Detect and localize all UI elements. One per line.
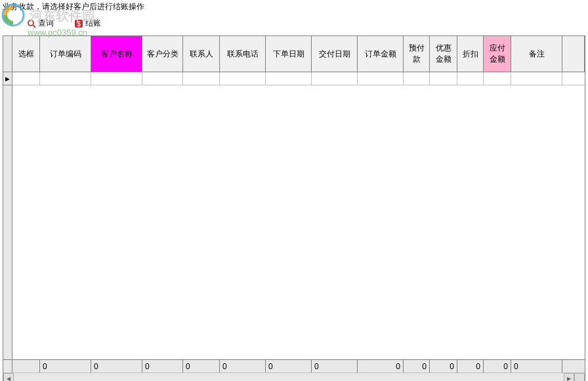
toolbar: 查询 $ 结账 bbox=[0, 14, 588, 33]
table-row[interactable]: ▶ bbox=[3, 72, 585, 85]
col-header-prepay[interactable]: 预付款 bbox=[404, 36, 430, 72]
data-grid[interactable]: 选框 订单编码 客户名称 客户分类 联系人 联系电话 下单日期 交付日期 订单金… bbox=[3, 35, 585, 381]
checkout-button[interactable]: $ 结账 bbox=[74, 18, 101, 29]
cell-phone[interactable] bbox=[220, 72, 266, 85]
col-header-select[interactable]: 选框 bbox=[12, 36, 40, 72]
query-label: 查询 bbox=[38, 18, 54, 29]
cell-contact[interactable] bbox=[183, 72, 220, 85]
row-selector-empty bbox=[3, 85, 12, 359]
money-icon: $ bbox=[74, 18, 84, 29]
row-selector-header[interactable] bbox=[3, 36, 12, 72]
footer-discount: 0 bbox=[430, 360, 457, 372]
svg-text:$: $ bbox=[77, 20, 81, 28]
col-header-contact[interactable]: 联系人 bbox=[183, 36, 220, 72]
col-header-rebate[interactable]: 折扣 bbox=[457, 36, 484, 72]
cell-extra bbox=[562, 72, 585, 85]
footer-orderdate: 0 bbox=[266, 360, 312, 372]
grid-body[interactable]: ▶ bbox=[3, 72, 585, 359]
query-button[interactable]: 查询 bbox=[26, 18, 54, 29]
cell-payable[interactable] bbox=[484, 72, 511, 85]
col-header-orderdate[interactable]: 下单日期 bbox=[266, 36, 312, 72]
checkout-label: 结账 bbox=[85, 18, 101, 29]
col-header-remark[interactable]: 备注 bbox=[511, 36, 562, 72]
cell-orderdate[interactable] bbox=[266, 72, 312, 85]
footer-phone: 0 bbox=[220, 360, 266, 372]
cell-remark[interactable] bbox=[511, 72, 562, 85]
col-header-customer[interactable]: 客户名称 bbox=[91, 36, 142, 72]
cell-category[interactable] bbox=[142, 72, 183, 85]
footer-category: 0 bbox=[142, 360, 183, 372]
scroll-left-icon[interactable]: ◀ bbox=[3, 373, 14, 381]
col-header-category[interactable]: 客户分类 bbox=[142, 36, 183, 72]
search-icon bbox=[26, 18, 37, 29]
footer-amount: 0 bbox=[358, 360, 404, 372]
cell-orderno[interactable] bbox=[40, 72, 91, 85]
footer-payable: 0 bbox=[484, 360, 511, 372]
footer-selector bbox=[3, 360, 12, 372]
grid-header: 选框 订单编码 客户名称 客户分类 联系人 联系电话 下单日期 交付日期 订单金… bbox=[3, 36, 585, 72]
svg-point-1 bbox=[28, 20, 33, 26]
scroll-right-icon[interactable]: ▶ bbox=[564, 373, 574, 381]
col-header-amount[interactable]: 订单金额 bbox=[358, 36, 404, 72]
footer-orderno: 0 bbox=[40, 360, 91, 372]
scrollbar-horizontal[interactable]: ◀ ▶ bbox=[3, 372, 585, 381]
footer-customer: 0 bbox=[91, 360, 142, 372]
footer-extra bbox=[562, 360, 585, 372]
footer-remark: 0 bbox=[511, 360, 562, 372]
col-header-extra bbox=[562, 36, 585, 72]
cell-rebate[interactable] bbox=[457, 72, 484, 85]
row-marker[interactable]: ▶ bbox=[3, 72, 12, 85]
footer-deliverdate: 0 bbox=[312, 360, 358, 372]
grid-footer: 0 0 0 0 0 0 0 0 0 0 0 0 0 bbox=[3, 359, 585, 372]
footer-contact: 0 bbox=[183, 360, 220, 372]
col-header-orderno[interactable]: 订单编码 bbox=[40, 36, 91, 72]
col-header-phone[interactable]: 联系电话 bbox=[220, 36, 266, 72]
cell-customer[interactable] bbox=[91, 72, 142, 85]
footer-prepay: 0 bbox=[404, 360, 430, 372]
cell-amount[interactable] bbox=[358, 72, 404, 85]
footer-select bbox=[12, 360, 40, 372]
cell-discount[interactable] bbox=[430, 72, 457, 85]
svg-line-2 bbox=[33, 25, 35, 28]
page-title: 业务收款，请选择好客户后进行结账操作 bbox=[0, 0, 588, 14]
col-header-discount[interactable]: 优惠金额 bbox=[430, 36, 457, 72]
cell-select[interactable] bbox=[12, 72, 40, 85]
footer-rebate: 0 bbox=[457, 360, 484, 372]
cell-prepay[interactable] bbox=[404, 72, 430, 85]
col-header-deliverdate[interactable]: 交付日期 bbox=[312, 36, 358, 72]
cell-deliverdate[interactable] bbox=[312, 72, 358, 85]
col-header-payable[interactable]: 应付金额 bbox=[484, 36, 511, 72]
